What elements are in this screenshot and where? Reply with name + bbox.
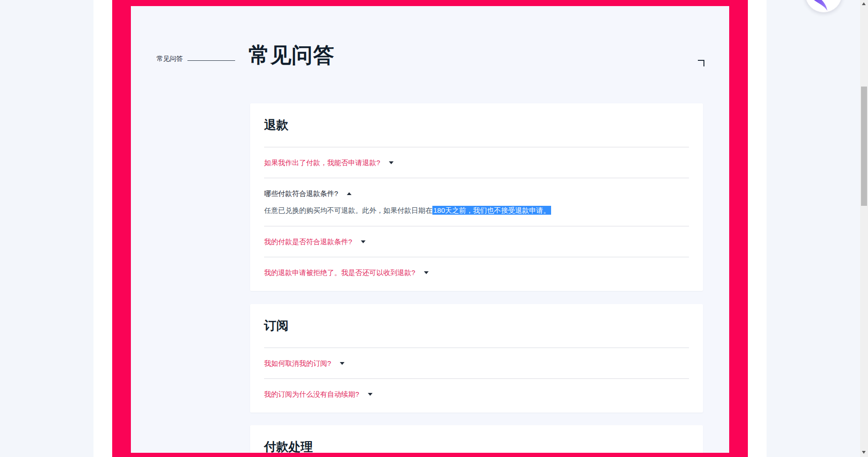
pink-frame-bottom [112, 453, 748, 457]
faq-section-title: 订阅 [250, 304, 703, 348]
scroll-up-arrow-icon[interactable] [862, 2, 866, 5]
faq-question-label: 我如何取消我的订阅? [264, 359, 331, 368]
faq-card-1: 订阅我如何取消我的订阅?我的订阅为什么没有自动续期? [250, 304, 703, 413]
chevron-down-icon [340, 362, 344, 365]
corner-bracket-decoration [698, 60, 704, 66]
faq-question-label: 如果我作出了付款，我能否申请退款? [264, 158, 380, 167]
pink-frame-left [112, 0, 131, 457]
chevron-up-icon [347, 192, 352, 195]
faq-question-label: 我的订阅为什么没有自动续期? [264, 390, 359, 399]
scroll-down-arrow-icon[interactable] [862, 451, 866, 454]
answer-selected-text: 180天之前，我们也不接受退款申请。 [432, 206, 551, 215]
faq-card-2: 付款处理 [250, 425, 703, 457]
faq-question-row[interactable]: 我的退款申请被拒绝了。我是否还可以收到退款? [264, 257, 689, 288]
faq-card-0: 退款如果我作出了付款，我能否申请退款?哪些付款符合退款条件?任意已兑换的购买均不… [250, 103, 703, 291]
answer-text: 任意已兑换的购买均不可退款。此外，如果付款日期在 [264, 206, 432, 214]
faq-question-row[interactable]: 如果我作出了付款，我能否申请退款? [264, 147, 689, 178]
faq-question-row[interactable]: 哪些付款符合退款条件? [264, 178, 689, 198]
outer-white-strip-right [748, 0, 767, 457]
section-side-label: 常见问答 [157, 55, 183, 63]
faq-question-label: 哪些付款符合退款条件? [264, 189, 338, 198]
chat-widget-button[interactable] [805, 0, 842, 13]
faq-question-label: 我的退款申请被拒绝了。我是否还可以收到退款? [264, 268, 415, 277]
chevron-down-icon [424, 271, 429, 274]
outer-white-strip-left [93, 0, 112, 457]
chevron-down-icon [368, 393, 373, 396]
faq-question-row[interactable]: 我的订阅为什么没有自动续期? [264, 379, 689, 409]
purple-swirl-icon [805, 0, 842, 12]
faq-question-row[interactable]: 我如何取消我的订阅? [264, 348, 689, 378]
faq-question-label: 我的付款是否符合退款条件? [264, 237, 352, 246]
label-line [187, 60, 235, 61]
chevron-down-icon [389, 161, 394, 164]
faq-section-title: 付款处理 [250, 425, 703, 457]
faq-question-row[interactable]: 我的付款是否符合退款条件? [264, 226, 689, 257]
faq-answer: 任意已兑换的购买均不可退款。此外，如果付款日期在180天之前，我们也不接受退款申… [264, 206, 689, 226]
pink-frame-top [112, 0, 748, 6]
faq-section-title: 退款 [250, 103, 703, 147]
chevron-down-icon [361, 240, 366, 243]
pink-frame-right [729, 0, 748, 457]
scrollbar-track[interactable] [860, 0, 868, 457]
page-title: 常见问答 [249, 41, 335, 69]
scrollbar-thumb[interactable] [861, 87, 867, 206]
